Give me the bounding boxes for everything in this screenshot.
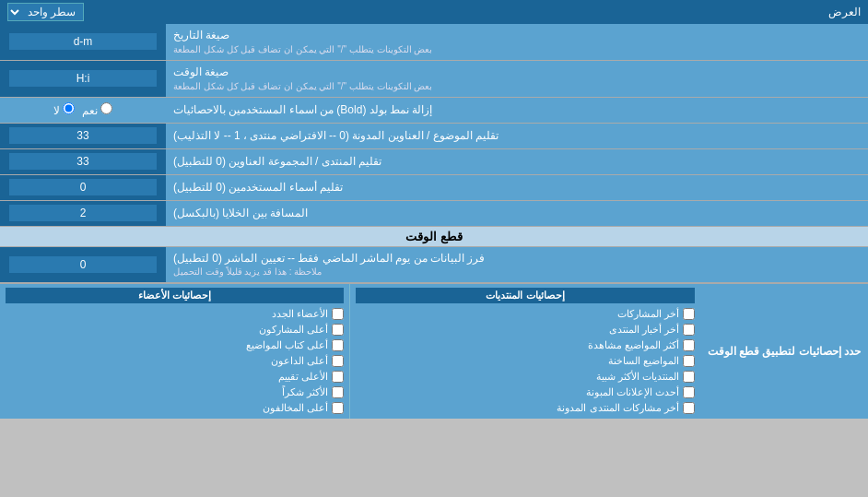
stat-item-2: أخر أخبار المنتدى [356, 323, 694, 337]
topic-trim-row: تقليم الموضوع / العناوين المدونة (0 -- ا… [0, 124, 868, 149]
forum-stats-col: إحصائيات المنتديات أخر المشاركات أخر أخب… [350, 284, 699, 419]
stat-checkbox-top-violators[interactable] [332, 402, 344, 414]
stat-label-forum-news: أخر أخبار المنتدى [609, 324, 679, 336]
top-select-wrapper: سطر واحد سطرين ثلاثة أسطر [7, 3, 84, 21]
time-format-label: صيغة الوقت بعض التكوينات يتطلب "/" التي … [166, 61, 868, 97]
bold-remove-radio-cell: نعم لا [0, 98, 166, 123]
stat-label-top-posters: أعلى المشاركون [259, 324, 328, 336]
forum-group-row: تقليم المنتدى / المجموعة العناوين (0 للت… [0, 149, 868, 175]
stat-item-m7: أعلى المخالفون [6, 401, 344, 415]
stat-checkbox-forum-news[interactable] [683, 324, 695, 336]
stat-item-m6: الأكثر شكراً [6, 385, 344, 399]
cut-time-input[interactable] [9, 256, 157, 273]
bold-no-radio[interactable] [63, 102, 75, 114]
stat-label-most-thanked: الأكثر شكراً [282, 386, 328, 398]
forum-group-label-text: تقليم المنتدى / المجموعة العناوين (0 للت… [173, 154, 381, 170]
stat-checkbox-forum-written[interactable] [683, 402, 695, 414]
stat-checkbox-top-callers[interactable] [332, 355, 344, 367]
stat-item-5: المنتديات الأكثر شبية [356, 370, 694, 384]
cut-time-title: قطع الوقت [0, 227, 868, 246]
stat-checkbox-top-rated[interactable] [332, 371, 344, 383]
stat-item-m5: الأعلى تقييم [6, 370, 344, 384]
time-format-label-main: صيغة الوقت [173, 65, 229, 80]
stat-checkbox-most-similar[interactable] [683, 371, 695, 383]
stat-checkbox-top-writers[interactable] [332, 339, 344, 351]
stat-checkbox-posts[interactable] [683, 308, 695, 320]
bold-remove-label: إزالة نمط بولد (Bold) من اسماء المستخدمي… [166, 98, 868, 123]
date-format-input[interactable] [9, 33, 157, 50]
forum-group-input[interactable] [9, 153, 157, 170]
member-stats-col: إحصائيات الأعضاء الأعضاء الجدد أعلى المش… [0, 284, 350, 419]
stat-item-m3: أعلى كتاب المواضيع [6, 338, 344, 352]
stats-label: حدد إحصائيات لتطبيق قطع الوقت [700, 284, 868, 419]
cut-time-label-main: فرز البيانات من يوم الماشر الماضي فقط --… [173, 251, 485, 266]
topic-trim-input-cell [0, 124, 166, 148]
cut-time-section-header: قطع الوقت [0, 227, 868, 247]
forum-group-label: تقليم المنتدى / المجموعة العناوين (0 للت… [166, 149, 868, 174]
display-label: العرض [828, 6, 861, 18]
cut-time-label-note: ملاحظة : هذا قد يزيد قليلاً وقت التحميل [173, 266, 322, 278]
date-format-label-sub: بعض التكوينات يتطلب "/" التي يمكن ان تضا… [173, 43, 432, 56]
bold-no-label[interactable]: لا [53, 102, 75, 117]
member-names-label: تقليم أسماء المستخدمين (0 للتطبيل) [166, 175, 868, 200]
date-format-label: صيغة التاريخ بعض التكوينات يتطلب "/" الت… [166, 24, 868, 60]
date-format-row: صيغة التاريخ بعض التكوينات يتطلب "/" الت… [0, 24, 868, 61]
cell-spacing-input-cell [0, 201, 166, 226]
forum-group-input-cell [0, 149, 166, 174]
time-format-input[interactable] [9, 70, 157, 87]
stat-item-m1: الأعضاء الجدد [6, 307, 344, 321]
member-names-input[interactable] [9, 179, 157, 195]
stat-item-m4: أعلى الداعون [6, 354, 344, 368]
member-names-input-cell [0, 175, 166, 200]
bold-yes-radio[interactable] [100, 102, 112, 114]
stat-checkbox-top-posters[interactable] [332, 324, 344, 336]
bold-yes-label[interactable]: نعم [82, 102, 112, 117]
cell-spacing-label: المسافة بين الخلايا (بالبكسل) [166, 201, 868, 226]
date-format-label-main: صيغة التاريخ [173, 28, 229, 43]
stat-checkbox-latest-announcements[interactable] [683, 386, 695, 398]
stat-item-1: أخر المشاركات [356, 307, 694, 321]
stats-columns: إحصائيات المنتديات أخر المشاركات أخر أخب… [0, 284, 700, 419]
stats-section: حدد إحصائيات لتطبيق قطع الوقت إحصائيات ا… [0, 283, 868, 419]
member-stats-header: إحصائيات الأعضاء [6, 288, 344, 303]
stat-label-new-members: الأعضاء الجدد [272, 308, 328, 320]
cut-time-input-cell [0, 247, 166, 283]
stat-item-m2: أعلى المشاركون [6, 323, 344, 337]
stat-label-latest-announcements: أحدث الإعلانات المبونة [586, 386, 679, 398]
stat-item-6: أحدث الإعلانات المبونة [356, 385, 694, 399]
stat-label-top-violators: أعلى المخالفون [263, 402, 328, 414]
cut-time-label: فرز البيانات من يوم الماشر الماضي فقط --… [166, 247, 868, 283]
stats-label-text: حدد إحصائيات لتطبيق قطع الوقت [708, 344, 861, 360]
stat-item-7: أخر مشاركات المنتدى المدونة [356, 401, 694, 415]
time-format-label-sub: بعض التكوينات يتطلب "/" التي يمكن ان تضا… [173, 80, 432, 93]
cell-spacing-label-text: المسافة بين الخلايا (بالبكسل) [173, 206, 308, 221]
bold-remove-row: إزالة نمط بولد (Bold) من اسماء المستخدمي… [0, 98, 868, 124]
stat-label-posts: أخر المشاركات [617, 308, 679, 320]
time-format-input-cell [0, 61, 166, 97]
stat-checkbox-hot-topics[interactable] [683, 355, 695, 367]
stat-label-top-rated: الأعلى تقييم [278, 371, 328, 383]
display-select[interactable]: سطر واحد سطرين ثلاثة أسطر [7, 3, 84, 21]
bold-remove-label-text: إزالة نمط بولد (Bold) من اسماء المستخدمي… [173, 102, 432, 118]
stat-label-forum-written: أخر مشاركات المنتدى المدونة [557, 402, 678, 414]
stat-checkbox-most-viewed[interactable] [683, 339, 695, 351]
member-names-row: تقليم أسماء المستخدمين (0 للتطبيل) [0, 175, 868, 201]
top-row: العرض سطر واحد سطرين ثلاثة أسطر [0, 0, 868, 24]
member-names-label-text: تقليم أسماء المستخدمين (0 للتطبيل) [173, 180, 343, 195]
stat-checkbox-new-members[interactable] [332, 308, 344, 320]
time-format-row: صيغة الوقت بعض التكوينات يتطلب "/" التي … [0, 61, 868, 98]
stat-label-top-callers: أعلى الداعون [271, 355, 328, 367]
stat-item-4: المواضيع الساخنة [356, 354, 694, 368]
stat-label-most-viewed: أكثر المواضيع مشاهدة [588, 339, 679, 351]
topic-trim-label: تقليم الموضوع / العناوين المدونة (0 -- ا… [166, 124, 868, 148]
date-format-input-cell [0, 24, 166, 60]
forum-stats-header: إحصائيات المنتديات [356, 288, 694, 303]
stat-label-hot-topics: المواضيع الساخنة [608, 355, 679, 367]
stat-label-most-similar: المنتديات الأكثر شبية [596, 371, 679, 383]
cell-spacing-input[interactable] [9, 205, 157, 221]
main-container: العرض سطر واحد سطرين ثلاثة أسطر صيغة الت… [0, 0, 868, 419]
stat-checkbox-most-thanked[interactable] [332, 386, 344, 398]
cell-spacing-row: المسافة بين الخلايا (بالبكسل) [0, 201, 868, 227]
cut-time-row: فرز البيانات من يوم الماشر الماضي فقط --… [0, 247, 868, 284]
topic-trim-input[interactable] [9, 127, 157, 144]
